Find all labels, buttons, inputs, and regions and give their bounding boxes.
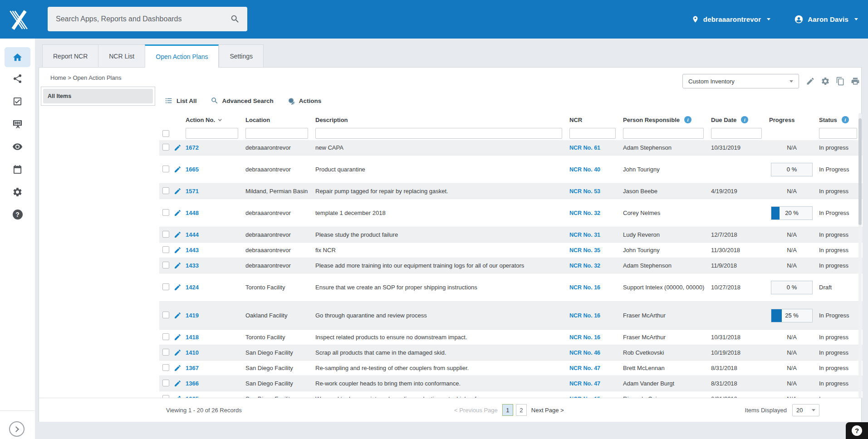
select-all-checkbox[interactable]: [162, 130, 169, 137]
ncr-link[interactable]: NCR No. 40: [569, 166, 600, 173]
print-icon[interactable]: [851, 77, 860, 86]
ncr-link[interactable]: NCR No. 32: [569, 210, 600, 216]
action-no-link[interactable]: 1665: [186, 166, 199, 173]
ncr-link[interactable]: NCR No. 53: [569, 188, 600, 195]
edit-pencil-icon[interactable]: [174, 349, 181, 356]
edit-cell[interactable]: [172, 166, 184, 173]
global-search-input[interactable]: [48, 15, 230, 23]
ncr-link[interactable]: NCR No. 47: [569, 365, 600, 371]
ncr-link[interactable]: NCR No. 16: [569, 312, 600, 319]
header-due-date[interactable]: Due Date i: [709, 116, 767, 123]
sidebar-item-tasks[interactable]: [0, 91, 35, 111]
sidebar-expand-button[interactable]: [9, 421, 25, 437]
items-displayed-dropdown[interactable]: 20: [792, 404, 819, 416]
edit-cell[interactable]: [172, 349, 184, 356]
row-checkbox[interactable]: [162, 262, 169, 268]
view-selector-dropdown[interactable]: Custom Inventory: [682, 74, 799, 88]
action-no-link[interactable]: 1418: [186, 334, 199, 341]
page-button-1[interactable]: 1: [502, 404, 513, 416]
actions-button[interactable]: Actions: [287, 97, 322, 105]
edit-cell[interactable]: [172, 231, 184, 239]
ncr-link[interactable]: NCR No. 46: [569, 350, 600, 356]
action-no-link[interactable]: 1433: [186, 262, 199, 269]
filter-status-input[interactable]: [819, 128, 857, 139]
intelex-logo-icon[interactable]: [6, 8, 29, 31]
edit-pencil-icon[interactable]: [174, 364, 181, 372]
edit-pencil-icon[interactable]: [174, 209, 181, 217]
header-location[interactable]: Location: [244, 117, 314, 123]
sidebar-item-workflow[interactable]: [0, 68, 35, 88]
row-checkbox[interactable]: [162, 209, 169, 216]
row-checkbox[interactable]: [162, 283, 169, 290]
action-no-link[interactable]: 1419: [186, 312, 199, 319]
edit-cell[interactable]: [172, 209, 184, 217]
page-button-2[interactable]: 2: [516, 404, 527, 416]
ncr-link[interactable]: NCR No. 16: [569, 284, 600, 291]
edit-pencil-icon[interactable]: [174, 380, 181, 387]
action-no-link[interactable]: 1424: [186, 284, 199, 291]
edit-pencil-icon[interactable]: [174, 246, 181, 254]
help-widget-button[interactable]: ?: [846, 422, 868, 439]
next-page-button[interactable]: Next Page >: [531, 407, 564, 414]
edit-cell[interactable]: [172, 312, 184, 319]
sidebar-item-settings[interactable]: [0, 182, 35, 202]
edit-pencil-icon[interactable]: [174, 333, 181, 341]
row-checkbox[interactable]: [162, 187, 169, 194]
gear-icon[interactable]: [821, 77, 830, 86]
sidebar-item-help[interactable]: ?: [0, 205, 35, 224]
header-status[interactable]: Status i: [817, 116, 863, 123]
ncr-link[interactable]: NCR No. 61: [569, 145, 600, 151]
edit-pencil-icon[interactable]: [174, 312, 181, 319]
sidebar-item-home[interactable]: [5, 47, 30, 67]
tab-settings[interactable]: Settings: [219, 44, 264, 67]
tab-ncr-list[interactable]: NCR List: [98, 44, 145, 67]
filter-person-input[interactable]: [623, 128, 704, 139]
edit-cell[interactable]: [172, 380, 184, 387]
action-no-link[interactable]: 1444: [186, 231, 199, 238]
ncr-link[interactable]: NCR No. 47: [569, 380, 600, 387]
edit-pencil-icon[interactable]: [174, 283, 181, 291]
edit-pencil-icon[interactable]: [174, 144, 181, 151]
edit-pencil-icon[interactable]: [174, 166, 181, 173]
sidebar-item-dashboards[interactable]: [0, 114, 35, 134]
ncr-link[interactable]: NCR No. 16: [569, 334, 600, 341]
edit-cell[interactable]: [172, 283, 184, 291]
tab-open-action-plans[interactable]: Open Action Plans: [145, 44, 219, 68]
previous-page-button[interactable]: < Previous Page: [454, 407, 498, 414]
action-no-link[interactable]: 1571: [186, 188, 199, 195]
row-checkbox[interactable]: [162, 349, 169, 356]
edit-cell[interactable]: [172, 246, 184, 254]
filter-location-input[interactable]: [245, 128, 308, 139]
edit-cell[interactable]: [172, 144, 184, 151]
action-no-link[interactable]: 1448: [186, 210, 199, 216]
edit-cell[interactable]: [172, 262, 184, 269]
header-person-responsible[interactable]: Person Responsible i: [621, 116, 709, 123]
filter-description-input[interactable]: [315, 128, 562, 139]
edit-pencil-icon[interactable]: [174, 231, 181, 239]
row-checkbox[interactable]: [162, 246, 169, 253]
scrollbar-thumb[interactable]: [858, 118, 862, 225]
sidebar-item-calendar[interactable]: [0, 159, 35, 179]
info-icon[interactable]: i: [842, 116, 849, 123]
edit-pencil-icon[interactable]: [174, 262, 181, 269]
edit-cell[interactable]: [172, 364, 184, 372]
action-no-link[interactable]: 1672: [186, 144, 199, 151]
action-no-link[interactable]: 1367: [186, 365, 199, 371]
ncr-link[interactable]: NCR No. 31: [569, 232, 600, 238]
edit-pencil-icon[interactable]: [806, 77, 815, 86]
row-checkbox[interactable]: [162, 312, 169, 318]
user-menu[interactable]: Aaron Davis: [794, 15, 858, 24]
edit-pencil-icon[interactable]: [174, 187, 181, 195]
filter-due-date-input[interactable]: [711, 128, 762, 139]
action-no-link[interactable]: 1366: [186, 380, 199, 387]
edit-cell[interactable]: [172, 187, 184, 195]
info-icon[interactable]: i: [684, 116, 691, 123]
header-action-no[interactable]: Action No.: [184, 117, 244, 123]
list-all-button[interactable]: List All: [165, 97, 197, 105]
ncr-link[interactable]: NCR No. 35: [569, 247, 600, 254]
row-checkbox[interactable]: [162, 144, 169, 151]
filter-action-no-input[interactable]: [186, 128, 238, 139]
row-checkbox[interactable]: [162, 231, 169, 238]
location-selector[interactable]: debraaarontrevor: [691, 15, 770, 24]
header-description[interactable]: Description: [314, 117, 568, 123]
